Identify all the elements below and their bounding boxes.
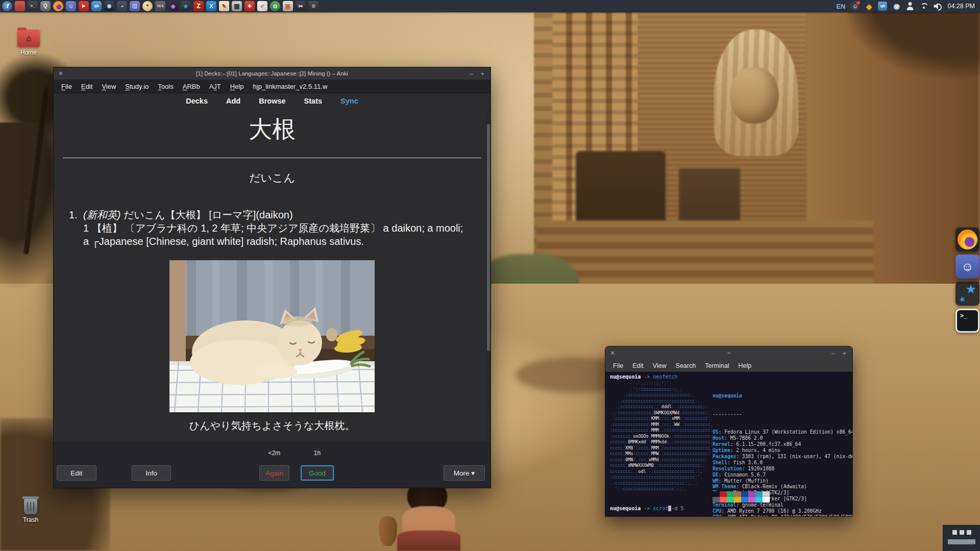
minimize-icon[interactable]: – [831,349,835,357]
menu-ajt[interactable]: AJT [205,83,226,90]
nav-browse[interactable]: Browse [259,97,285,105]
gem-tray-icon[interactable]: ◆ [864,2,873,11]
card-scrollbar[interactable] [486,109,491,442]
youtube-icon[interactable]: ▶ [79,1,89,11]
menu-view[interactable]: View [648,362,671,369]
keyboard-layout-indicator[interactable]: EN [836,3,845,10]
more-button[interactable]: More ▾ [444,465,485,481]
home-folder-icon [17,30,40,47]
vscode-icon[interactable]: X [206,1,216,11]
qbittorrent-tray-icon[interactable]: qb [878,2,887,11]
terminal-window: ✕ ~ – + FileEditViewSearchTerminalHelp n… [605,346,853,517]
keepassxc-icon[interactable]: ⊙ [270,1,280,11]
close-icon[interactable]: ✕ [58,70,63,77]
trash-icon [24,499,37,514]
volume-tray-icon[interactable] [933,2,942,11]
firefox-icon[interactable] [53,1,63,11]
menu-view[interactable]: View [97,83,120,90]
screenshot-monitor-icon[interactable]: ▣ [283,1,293,11]
dock-terminal-icon[interactable] [955,309,979,333]
files-icon[interactable]: ⌂ [15,1,25,11]
menu-search[interactable]: Search [671,362,701,369]
info-button[interactable]: Info [132,465,171,481]
dock-firefox-icon[interactable] [955,228,979,252]
desktop-icon-home[interactable]: Home [8,30,49,56]
neofetch-rows: OS: Fedora Linux 37 (Workstation Edition… [713,429,852,516]
zotero-icon[interactable]: Z [193,1,204,11]
wifi-tray-icon[interactable] [919,2,928,11]
maximize-icon[interactable]: + [842,349,846,357]
nav-stats[interactable]: Stats [304,97,322,105]
menu-help[interactable]: Help [226,83,249,90]
clock[interactable]: 04:28 PM [947,3,975,10]
shears-icon[interactable]: ✂ [296,1,306,11]
desktop-dock [955,228,979,333]
bee-icon[interactable]: * [142,1,153,11]
nav-add[interactable]: Add [226,97,240,105]
tex-icon[interactable]: TEX [155,1,165,11]
workspace-square-icon[interactable] [952,530,957,535]
pcsx2-icon[interactable]: ◫ [130,1,140,11]
discord-icon[interactable]: ☺ [66,1,76,11]
neofetch-header: nu@sequoia [713,393,852,399]
terminal-body[interactable]: nu@sequoia -> neofetch .',;::::;,'. .';:… [605,372,852,516]
tray-icon-group: ☺◆qb◉ [850,2,942,11]
discord-tray-icon[interactable]: ☺ [850,2,860,11]
workspace-square-icon[interactable] [960,530,964,535]
swiss-knife-icon[interactable]: ✚ [244,1,255,11]
anki-icon[interactable]: ★ [181,1,191,11]
card-reading: だいこん [54,170,491,186]
dock-discord-icon[interactable] [955,255,979,279]
task-check-icon[interactable]: ✔ [257,1,267,11]
search-icon[interactable]: Q [40,1,51,11]
card-caption: ひんやり気持ちよさそうな大根枕。 [54,419,491,433]
good-button[interactable]: Good [301,465,334,481]
edit-button[interactable]: Edit [57,465,96,481]
terminal-titlebar[interactable]: ✕ ~ – + [605,346,852,360]
menu-arbb[interactable]: ARBb [178,83,205,90]
card-image-cat-daikon: Fu-teto [169,260,375,412]
menu-help[interactable]: Help [733,362,756,369]
obsidian-icon[interactable]: ◆ [168,1,178,11]
menu-file[interactable]: File [57,83,77,90]
menu-hjplinkmasterv2511w[interactable]: hjp_linkmaster_v2.5.11.w [249,83,332,90]
dock-anki-icon[interactable] [955,282,979,306]
blender-icon[interactable]: ◕ [117,1,127,11]
definition-headword: だいこん【大根】 [ローマ字](daikon) [120,209,292,220]
dictionary-source: (新和英) [83,209,120,220]
terminal-prompt-line-2[interactable]: nu@sequoia -> scrot-d 5 [610,506,684,511]
launcher-icon-row: f⌂>_Q☺▶qb◉◕◫*TEX◆★ZX✎▦✚✔⊙▣✂≡ [0,1,318,11]
minimize-icon[interactable]: – [470,70,473,78]
card-scrollbar-thumb[interactable] [487,124,490,351]
calculator-icon[interactable]: ▦ [232,1,242,11]
desktop-icon-trash[interactable]: Trash [10,499,51,523]
nav-sync[interactable]: Sync [340,97,358,105]
menu-edit[interactable]: Edit [77,83,97,90]
menu-studyio[interactable]: Study.io [120,83,153,90]
steam-tray-icon[interactable]: ◉ [892,2,901,11]
menu-terminal[interactable]: Terminal [700,362,733,369]
anki-titlebar[interactable]: ✕ [1] Decks:–:[01] Languages::Japanese::… [54,67,491,80]
nav-decks[interactable]: Decks [186,97,208,105]
menu-file[interactable]: File [608,362,628,369]
journal-icon[interactable]: ✎ [219,1,229,11]
trash-label: Trash [23,516,38,523]
settings-sliders-icon[interactable]: ≡ [308,1,318,11]
menu-edit[interactable]: Edit [628,362,648,369]
steam-icon[interactable]: ◉ [104,1,114,11]
system-tray: EN ☺◆qb◉ 04:28 PM [836,2,980,11]
show-desktop-bar[interactable] [948,539,975,544]
terminal-icon[interactable]: >_ [28,1,38,11]
workspace-square-icon[interactable] [967,530,971,535]
again-due-time: <2m [259,449,289,457]
again-button[interactable]: Again [259,465,289,481]
menu-tools[interactable]: Tools [153,83,178,90]
close-icon[interactable]: ✕ [610,350,615,356]
terminal-prompt-line-1: nu@sequoia -> neofetch [610,374,678,380]
fedora-icon[interactable]: f [2,1,12,11]
top-panel: f⌂>_Q☺▶qb◉◕◫*TEX◆★ZX✎▦✚✔⊙▣✂≡ EN ☺◆qb◉ 04… [0,0,980,12]
maximize-icon[interactable]: + [480,70,484,78]
user-tray-icon[interactable] [905,2,915,11]
panel-corner-applet[interactable] [943,525,980,551]
qbittorrent-icon[interactable]: qb [91,1,102,11]
